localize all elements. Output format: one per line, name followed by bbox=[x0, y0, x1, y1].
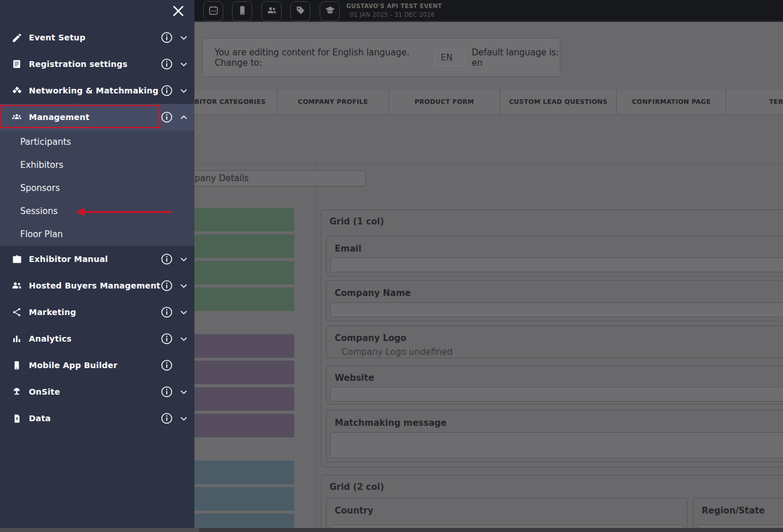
sidebar-item-networking-matchmaking[interactable]: Networking & Matchmaking bbox=[0, 77, 194, 104]
close-icon[interactable] bbox=[171, 3, 186, 18]
annotation-arrow bbox=[84, 211, 172, 213]
sidebar-item-label: Event Setup bbox=[29, 33, 160, 42]
field-website-label: Website bbox=[335, 373, 374, 383]
submenu-item-floor-plan[interactable]: Floor Plan bbox=[0, 223, 194, 246]
sidebar-item-mobile-app-builder[interactable]: Mobile App Builder bbox=[0, 352, 194, 379]
sidebar-item-exhibitor-manual[interactable]: Exhibitor Manual bbox=[0, 246, 194, 272]
attendees-button[interactable] bbox=[261, 1, 282, 21]
matchmaking-textarea[interactable] bbox=[330, 432, 783, 458]
tab-product-form[interactable]: PRODUCT FORM bbox=[388, 89, 500, 114]
company-logo-note: Company Logo undefined bbox=[342, 347, 452, 357]
chevron-down-icon[interactable] bbox=[178, 414, 189, 423]
sidebar-item-label: OnSite bbox=[29, 387, 160, 396]
calendar-button[interactable] bbox=[203, 1, 223, 21]
info-icon[interactable] bbox=[160, 31, 173, 44]
tickets-button[interactable] bbox=[290, 1, 310, 21]
chevron-down-icon[interactable] bbox=[178, 60, 189, 69]
field-company-logo-label: Company Logo bbox=[335, 333, 406, 343]
event-info: GUSTAVO'S API TEST EVENT 01 JAN 2025 - 3… bbox=[346, 3, 439, 18]
tab-terms[interactable]: TERMS bbox=[726, 89, 783, 114]
sidebar-item-label: Mobile App Builder bbox=[29, 361, 160, 370]
language-banner-message: You are editing content for English lang… bbox=[215, 47, 429, 68]
tab-confirmation-page[interactable]: CONFIRMATION PAGE bbox=[616, 89, 726, 114]
file-upload-icon bbox=[10, 414, 23, 424]
tab-strip: EXHIBITOR CATEGORIES COMPANY PROFILE PRO… bbox=[166, 89, 783, 115]
bar-chart-icon bbox=[10, 334, 23, 344]
sidebar-item-analytics[interactable]: Analytics bbox=[0, 325, 194, 352]
event-dates: 01 JAN 2025 - 31 DEC 2026 bbox=[346, 12, 439, 18]
sidebar-item-label: Analytics bbox=[29, 334, 160, 343]
website-input[interactable] bbox=[330, 387, 783, 402]
info-icon[interactable] bbox=[160, 385, 173, 398]
info-icon[interactable] bbox=[160, 84, 173, 97]
field-website: Website bbox=[326, 365, 783, 404]
phone-icon bbox=[237, 5, 248, 18]
sidebar-item-label: Registration settings bbox=[29, 59, 160, 69]
grid-2col-title: Grid (2 col) bbox=[329, 482, 384, 492]
chevron-up-icon[interactable] bbox=[178, 113, 189, 122]
info-icon[interactable] bbox=[160, 279, 173, 292]
phone-icon bbox=[10, 360, 23, 370]
field-region-state-label: Region/State bbox=[702, 505, 765, 516]
submenu-item-exhibitors[interactable]: Exhibitors bbox=[0, 153, 194, 177]
chevron-down-icon[interactable] bbox=[178, 87, 189, 95]
language-banner: You are editing content for English lang… bbox=[202, 38, 560, 77]
palette-divider bbox=[316, 164, 316, 532]
education-button[interactable] bbox=[320, 1, 340, 21]
info-icon[interactable] bbox=[160, 111, 173, 123]
chevron-down-icon[interactable] bbox=[178, 308, 189, 317]
app-screen: GUSTAVO'S API TEST EVENT 01 JAN 2025 - 3… bbox=[0, 0, 783, 532]
tab-company-profile[interactable]: COMPANY PROFILE bbox=[277, 89, 388, 114]
info-icon[interactable] bbox=[160, 359, 173, 372]
event-name: GUSTAVO'S API TEST EVENT bbox=[346, 3, 439, 9]
info-icon[interactable] bbox=[160, 253, 173, 265]
info-icon[interactable] bbox=[160, 332, 173, 345]
field-region-state: Region/State bbox=[693, 498, 783, 532]
info-icon[interactable] bbox=[160, 306, 173, 319]
chevron-down-icon[interactable] bbox=[178, 33, 189, 42]
submenu-item-participants[interactable]: Participants bbox=[0, 130, 194, 153]
sidebar-nav: Event Setup Registration settings Networ… bbox=[0, 24, 194, 432]
sidebar-item-management[interactable]: Management bbox=[0, 104, 194, 130]
field-email-label: Email bbox=[335, 243, 361, 254]
field-matchmaking-label: Matchmaking message bbox=[335, 418, 447, 428]
field-company-name-label: Company Name bbox=[335, 288, 411, 298]
grid-1col-panel: Grid (1 col) Email Company Name Company … bbox=[321, 209, 783, 467]
sidebar-item-onsite[interactable]: OnSite bbox=[0, 379, 194, 405]
sidebar-item-marketing[interactable]: Marketing bbox=[0, 299, 194, 325]
share-icon bbox=[10, 307, 23, 317]
field-matchmaking-message: Matchmaking message bbox=[326, 410, 783, 462]
sidebar-menu: Event Setup Registration settings Networ… bbox=[0, 0, 194, 528]
chevron-down-icon[interactable] bbox=[178, 388, 189, 396]
tab-custom-lead-questions[interactable]: CUSTOM LEAD QUESTIONS bbox=[500, 89, 616, 114]
info-icon[interactable] bbox=[160, 412, 173, 425]
mobile-app-button[interactable] bbox=[232, 1, 252, 21]
groups-icon bbox=[10, 111, 23, 123]
field-country: Country bbox=[326, 498, 687, 532]
sidebar-item-data[interactable]: Data bbox=[0, 405, 194, 432]
sidebar-item-label: Management bbox=[29, 113, 160, 122]
sidebar-item-label: Networking & Matchmaking bbox=[29, 86, 160, 95]
scrollbar-thumb[interactable] bbox=[199, 528, 783, 532]
handshake-icon bbox=[10, 85, 23, 96]
sidebar-item-label: Marketing bbox=[29, 308, 160, 317]
info-icon[interactable] bbox=[160, 58, 173, 70]
sidebar-item-hosted-buyers-management[interactable]: Hosted Buyers Management bbox=[0, 272, 194, 299]
people-icon bbox=[266, 5, 278, 18]
graduation-cap-icon bbox=[324, 5, 336, 18]
chevron-down-icon[interactable] bbox=[178, 282, 189, 290]
sidebar-item-event-setup[interactable]: Event Setup bbox=[0, 24, 194, 51]
chevron-down-icon[interactable] bbox=[178, 255, 189, 264]
tag-icon bbox=[295, 5, 306, 18]
grid-1col-title: Grid (1 col) bbox=[329, 216, 384, 227]
submenu-item-sponsors[interactable]: Sponsors bbox=[0, 177, 194, 200]
field-company-logo: Company Logo Company Logo undefined bbox=[326, 325, 783, 358]
email-input[interactable] bbox=[330, 257, 783, 272]
sidebar-item-registration-settings[interactable]: Registration settings bbox=[0, 51, 194, 77]
form-icon bbox=[10, 59, 23, 69]
pencil-icon bbox=[10, 32, 23, 43]
section-name-input[interactable]: Company Details bbox=[167, 170, 366, 186]
company-name-input[interactable] bbox=[330, 302, 783, 317]
chevron-down-icon[interactable] bbox=[178, 335, 189, 343]
language-select[interactable]: EN bbox=[434, 49, 466, 66]
